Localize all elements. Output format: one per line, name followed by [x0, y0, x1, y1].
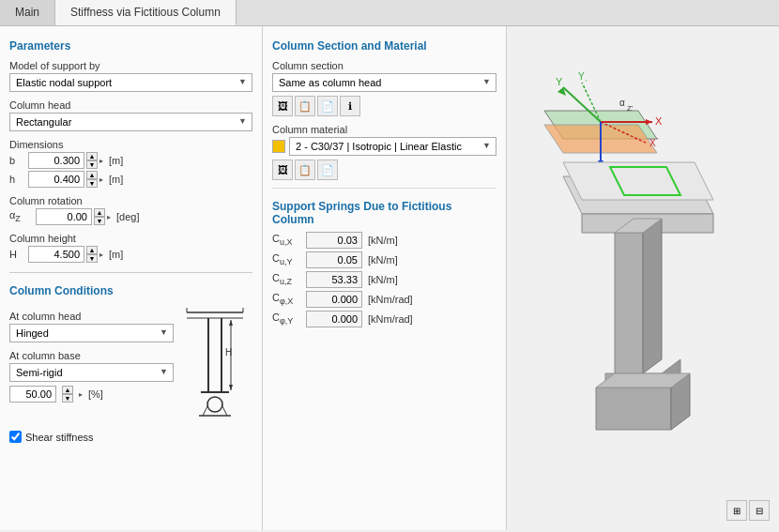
model-dropdown[interactable]: Elastic nodal support	[9, 73, 252, 92]
material-icon-btn-3[interactable]: 📄	[317, 160, 338, 180]
spring-unit-0: [kN/m]	[368, 235, 398, 246]
spring-label-1: Cu,Y	[272, 252, 306, 266]
material-select-wrap: 2 - C30/37 | Isotropic | Linear Elastic	[289, 137, 496, 156]
dim-b-down[interactable]: ▼	[86, 160, 98, 169]
material-icon-btn-2[interactable]: 📋	[295, 160, 315, 180]
rot-down[interactable]: ▼	[94, 217, 105, 225]
svg-text:Z': Z'	[627, 104, 634, 113]
spring-value-2[interactable]	[306, 271, 362, 288]
section-icon-btn-4[interactable]: ℹ	[340, 96, 360, 116]
tab-main[interactable]: Main	[0, 0, 55, 25]
spring-value-0[interactable]	[306, 232, 362, 249]
svg-marker-7	[229, 385, 233, 390]
svg-text:Y: Y	[578, 71, 585, 82]
tabs-bar: Main Stiffness via Fictitious Column	[0, 0, 779, 26]
dim-h-arrow[interactable]: ▸	[99, 175, 103, 184]
view-icon-btn-2[interactable]: ⊟	[749, 500, 770, 521]
spring-row-3: Cφ,X [kNm/rad]	[272, 291, 496, 308]
height-up[interactable]: ▲	[86, 246, 98, 254]
rot-arrow[interactable]: ▸	[107, 213, 111, 221]
col-conditions-title: Column Conditions	[9, 284, 252, 297]
spring-label-3: Cφ,X	[272, 292, 306, 306]
dim-b-input[interactable]	[28, 152, 84, 169]
spring-row-1: Cu,Y [kN/m]	[272, 251, 496, 268]
rot-spinners: ▲ ▼	[94, 208, 105, 225]
right-panel: Y Y ' X X ' α Z' Z=Z'	[507, 26, 779, 530]
rot-unit: [deg]	[116, 211, 139, 222]
material-color-swatch	[272, 140, 285, 153]
spring-value-3[interactable]	[306, 291, 362, 308]
col-section-dropdown-wrap: Same as column head	[272, 73, 496, 92]
spring-value-1[interactable]	[306, 251, 362, 268]
shear-label: Shear stiffness	[25, 432, 94, 443]
height-spinners: ▲ ▼	[86, 246, 98, 263]
at-head-dropdown[interactable]: Hinged	[9, 324, 174, 342]
column-height-label: Column height	[9, 233, 252, 244]
model-dropdown-wrap: Elastic nodal support	[9, 73, 252, 92]
percent-down[interactable]: ▼	[62, 394, 73, 403]
rot-row: αZ ▲ ▼ ▸ [deg]	[9, 208, 252, 225]
at-head-label: At column head	[9, 311, 174, 322]
spring-label-2: Cu,Z	[272, 272, 306, 286]
dim-h-label: h	[9, 174, 28, 185]
spring-row-4: Cφ,Y [kNm/rad]	[272, 311, 496, 327]
section-icon-btn-2[interactable]: 📋	[295, 96, 315, 116]
height-row: H ▲ ▼ ▸ [m]	[9, 246, 252, 263]
shear-checkbox[interactable]	[9, 431, 22, 443]
percent-up[interactable]: ▲	[62, 386, 73, 394]
section-icon-btn-3[interactable]: 📄	[317, 96, 338, 116]
spring-value-4[interactable]	[306, 311, 362, 327]
bottom-icon-bar: ⊞ ⊟	[726, 500, 770, 521]
column-3d-group	[563, 162, 713, 430]
dim-h-unit: [m]	[109, 174, 123, 185]
parameters-title: Parameters	[9, 39, 252, 53]
shear-checkbox-row: Shear stiffness	[9, 431, 252, 443]
col-section-dropdown[interactable]: Same as column head	[272, 73, 496, 92]
spring-label-0: Cu,X	[272, 233, 306, 247]
height-arrow[interactable]: ▸	[99, 251, 103, 259]
dim-h-up[interactable]: ▲	[86, 171, 98, 179]
percent-input[interactable]	[9, 386, 56, 403]
height-down[interactable]: ▼	[86, 254, 98, 263]
column-head-label: Column head	[9, 99, 252, 111]
spring-unit-4: [kNm/rad]	[368, 313, 413, 325]
rot-input[interactable]	[36, 208, 92, 225]
height-input[interactable]	[28, 246, 84, 263]
svg-text:': '	[586, 78, 588, 86]
column-head-dropdown[interactable]: Rectangular	[9, 113, 252, 131]
spring-row-0: Cu,X [kN/m]	[272, 232, 496, 249]
material-dropdown[interactable]: 2 - C30/37 | Isotropic | Linear Elastic	[289, 137, 496, 156]
col-material-label: Column material	[272, 124, 496, 135]
at-head-dropdown-wrap: Hinged	[9, 324, 174, 342]
svg-marker-6	[229, 320, 233, 326]
svg-text:X: X	[655, 115, 663, 127]
tab-stiffness[interactable]: Stiffness via Fictitious Column	[55, 0, 237, 25]
material-icon-btn-1[interactable]: 🖼	[272, 160, 293, 180]
svg-point-9	[207, 397, 222, 412]
svg-line-11	[221, 404, 227, 416]
dim-h-down[interactable]: ▼	[86, 179, 98, 188]
springs-title: Support Springs Due to Fictitious Column	[272, 200, 496, 226]
percent-arrow[interactable]: ▸	[79, 390, 83, 399]
dim-b-up[interactable]: ▲	[86, 152, 98, 160]
svg-text:': '	[657, 136, 659, 144]
svg-marker-43	[596, 388, 671, 430]
dim-h-input[interactable]	[28, 171, 84, 188]
spring-unit-1: [kN/m]	[368, 254, 398, 266]
section-icon-btn-1[interactable]: 🖼	[272, 96, 293, 116]
at-base-dropdown[interactable]: Semi-rigid	[9, 363, 174, 382]
model-label: Model of support by	[9, 60, 252, 71]
springs-section: Support Springs Due to Fictitious Column…	[272, 188, 496, 327]
view-icon-btn-1[interactable]: ⊞	[726, 500, 747, 521]
height-unit: [m]	[109, 249, 123, 260]
svg-text:Y: Y	[556, 76, 563, 87]
percent-row: ▲ ▼ ▸ [%]	[9, 386, 174, 403]
column-head-dropdown-wrap: Rectangular	[9, 113, 252, 131]
dim-b-arrow[interactable]: ▸	[99, 157, 103, 165]
dim-b-row: b ▲ ▼ ▸ [m]	[9, 152, 252, 169]
percent-spinners: ▲ ▼	[62, 386, 73, 403]
column-rotation-label: Column rotation	[9, 195, 252, 206]
at-base-label: At column base	[9, 350, 174, 361]
rot-up[interactable]: ▲	[94, 208, 105, 217]
spring-row-2: Cu,Z [kN/m]	[272, 271, 496, 288]
